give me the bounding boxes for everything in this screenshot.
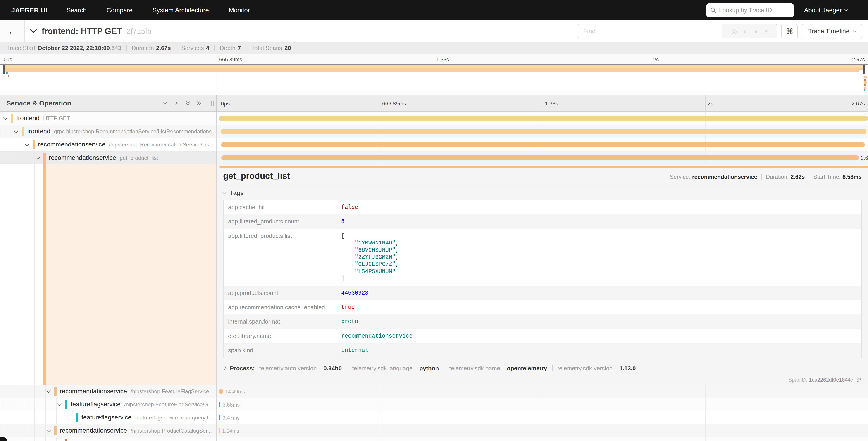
- span-row[interactable]: frontendgrpc.hipstershop.RecommendationS…: [0, 125, 868, 138]
- trace-view-select[interactable]: Trace Timeline: [802, 24, 862, 38]
- span-row-partial[interactable]: [0, 437, 868, 441]
- row-collapse-chevron-icon[interactable]: [57, 402, 62, 406]
- spacer: [0, 91, 868, 95]
- tag-value: 8: [337, 214, 861, 229]
- process-section[interactable]: Process:telemetry.auto.version = 0.34b0t…: [223, 365, 862, 372]
- span-service-name: frontend: [27, 128, 51, 135]
- process-tag: telemetry.sdk.name = opentelemetry: [449, 365, 547, 372]
- expand-all-icon[interactable]: [196, 100, 202, 106]
- span-bar[interactable]: [221, 129, 866, 134]
- span-name-column[interactable]: [0, 437, 217, 441]
- row-collapse-chevron-icon[interactable]: [35, 155, 40, 159]
- row-collapse-chevron-icon[interactable]: [25, 142, 29, 146]
- tick-label: 1.33s: [436, 54, 449, 65]
- app-brand[interactable]: JAEGER UI: [11, 6, 48, 14]
- span-timeline-cell[interactable]: [217, 112, 868, 124]
- span-bar[interactable]: [219, 402, 220, 407]
- tags-table: app.cache_hitfalseapp.filtered_products.…: [223, 200, 862, 358]
- span-bar[interactable]: [219, 415, 220, 420]
- timeline-header-left: Service & Operation: [0, 95, 217, 111]
- span-name-column[interactable]: recommendationservice/hipstershop.Recomm…: [0, 138, 217, 151]
- chevron-down-icon: [853, 29, 856, 32]
- span-row[interactable]: recommendationservice/hipstershop.Featur…: [0, 385, 868, 398]
- tag-key: span.kind: [223, 343, 337, 357]
- next-result-icon[interactable]: ∨: [754, 28, 758, 35]
- tag-row: span.kindinternal: [223, 343, 861, 357]
- collapse-all-icon[interactable]: [185, 100, 190, 106]
- keyboard-shortcuts-button[interactable]: ⌘: [781, 24, 798, 38]
- focus-icon[interactable]: ◎: [731, 28, 737, 35]
- span-row[interactable]: frontendHTTP GET: [0, 112, 868, 125]
- span-timeline-cell[interactable]: 3.68ms: [217, 398, 868, 411]
- span-service-name: recommendationservice: [60, 427, 127, 434]
- find-input[interactable]: Find...: [578, 24, 722, 38]
- span-name-column[interactable]: recommendationservice/hipstershop.Produc…: [0, 424, 217, 437]
- span-name-column[interactable]: frontendHTTP GET: [0, 112, 217, 124]
- span-bar[interactable]: [219, 389, 223, 394]
- row-collapse-chevron-icon[interactable]: [14, 128, 18, 133]
- nav-item[interactable]: Search: [57, 6, 97, 14]
- span-operation-name: /hipstershop.RecommendationService/Lis..…: [109, 142, 214, 148]
- tags-section-toggle[interactable]: Tags: [223, 189, 862, 197]
- span-row[interactable]: recommendationserviceget_product_list2.6: [0, 151, 868, 164]
- about-jaeger-menu[interactable]: About Jaeger: [804, 6, 847, 14]
- span-row[interactable]: featureflagservice/hipstershop.FeatureFl…: [0, 398, 868, 411]
- top-navbar: JAEGER UI SearchCompareSystem Architectu…: [0, 0, 868, 20]
- summary-item: Duration2.67s: [132, 45, 171, 52]
- span-operation-name: get_product_list: [120, 155, 158, 161]
- span-name-column[interactable]: featureflagservice/hipstershop.FeatureFl…: [0, 398, 217, 411]
- span-row[interactable]: recommendationservice/hipstershop.Produc…: [0, 424, 868, 437]
- tag-key: otel.library.name: [223, 329, 337, 343]
- back-button[interactable]: ←: [0, 20, 25, 42]
- span-timeline-cell[interactable]: 2.6: [217, 151, 868, 164]
- span-timeline-cell[interactable]: 3.47ms: [217, 411, 868, 424]
- service-color-stripe: [54, 387, 57, 396]
- span-timeline-cell[interactable]: 14.49ms: [217, 385, 868, 398]
- nav-item[interactable]: Compare: [97, 6, 143, 14]
- span-row[interactable]: featureflagservicefeatureflagservice.rep…: [0, 411, 868, 424]
- span-bar[interactable]: [221, 142, 865, 147]
- page-title: frontend: HTTP GET: [42, 27, 122, 36]
- prev-result-icon[interactable]: ∧: [743, 28, 747, 35]
- tag-row: app.products.count44530923: [223, 286, 861, 300]
- span-bar[interactable]: [219, 116, 868, 121]
- nav-item[interactable]: System Architecture: [143, 6, 219, 14]
- tick-label: 666.89ms: [382, 95, 406, 112]
- nav-right: Lookup by Trace ID... About Jaeger: [706, 3, 868, 17]
- span-bar[interactable]: [221, 155, 859, 160]
- divider: [246, 45, 246, 51]
- span-operation-name: /hipstershop.FeatureFlagService...: [130, 388, 214, 394]
- span-operation-name: HTTP GET: [43, 115, 70, 122]
- span-timeline-cell[interactable]: [217, 125, 868, 138]
- span-timeline-cell[interactable]: [217, 138, 868, 151]
- trace-minimap[interactable]: [0, 64, 868, 91]
- minimap-span: [864, 89, 865, 91]
- minimap-right-scrubber[interactable]: [864, 65, 865, 74]
- nav-menu: SearchCompareSystem ArchitectureMonitor: [57, 6, 260, 14]
- process-tag: telemetry.sdk.language = python: [352, 365, 439, 372]
- expand-one-icon[interactable]: [174, 100, 179, 106]
- span-detail-title: get_product_list: [223, 171, 290, 181]
- span-name-column[interactable]: recommendationservice/hipstershop.Featur…: [0, 385, 217, 398]
- row-collapse-chevron-icon[interactable]: [3, 115, 7, 120]
- span-name-column[interactable]: recommendationserviceget_product_list: [0, 151, 217, 164]
- column-resize-grip[interactable]: [211, 101, 214, 106]
- trace-lookup-input[interactable]: Lookup by Trace ID...: [706, 3, 794, 17]
- span-row[interactable]: recommendationservice/hipstershop.Recomm…: [0, 138, 868, 151]
- span-name-column[interactable]: frontendgrpc.hipstershop.RecommendationS…: [0, 125, 217, 138]
- span-service-name: recommendationservice: [38, 141, 105, 148]
- span-timeline-cell[interactable]: 1.04ms: [217, 424, 868, 437]
- collapse-one-icon[interactable]: [162, 100, 168, 106]
- span-rows: frontendHTTP GETfrontendgrpc.hipstershop…: [0, 112, 868, 441]
- summary-item: Depth7: [220, 45, 241, 52]
- span-bar[interactable]: [219, 428, 220, 433]
- nav-item[interactable]: Monitor: [219, 6, 260, 14]
- span-name-column[interactable]: featureflagservicefeatureflagservice.rep…: [0, 411, 217, 424]
- link-icon[interactable]: [856, 377, 862, 383]
- clear-find-icon[interactable]: ×: [764, 28, 768, 35]
- collapse-trace-chevron-icon[interactable]: [30, 26, 37, 33]
- row-collapse-chevron-icon[interactable]: [46, 428, 51, 432]
- row-collapse-chevron-icon[interactable]: [46, 388, 51, 393]
- minimap-span: [6, 71, 8, 74]
- minimap-left-scrubber[interactable]: [3, 65, 4, 74]
